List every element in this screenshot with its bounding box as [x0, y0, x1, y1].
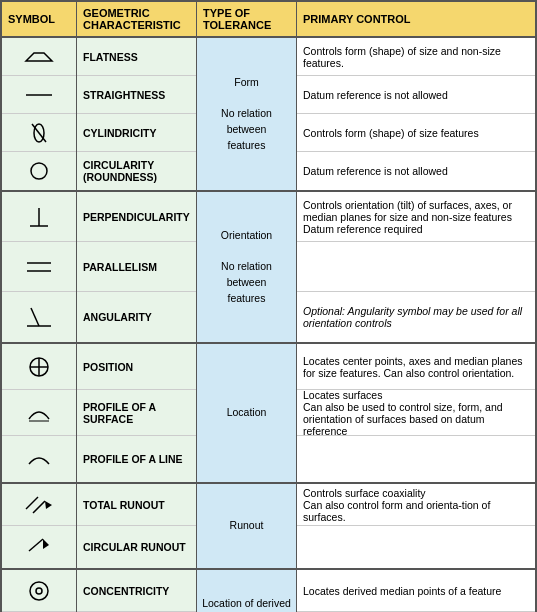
header-control: PRIMARY CONTROL — [297, 2, 535, 36]
symbol-perpendicularity — [2, 192, 76, 242]
orientation-type: OrientationNo relationbetweenfeatures — [197, 192, 297, 342]
symbol-circular-runout — [2, 526, 76, 568]
derived-symbols — [2, 570, 77, 612]
section-derived: CONCENTRICITY SYMMETRY Location of deriv… — [2, 570, 535, 612]
form-type-label: FormNo relationbetweenfeatures — [221, 75, 272, 154]
derived-primary: Locates derived median points of a featu… — [297, 570, 535, 612]
section-location: POSITION PROFILE OF A SURFACE PROFILE OF… — [2, 344, 535, 484]
svg-marker-0 — [26, 53, 52, 61]
symbol-straightness — [2, 76, 76, 114]
header-tolerance: TYPE OFTOLERANCE — [197, 2, 297, 36]
name-circular-runout: CIRCULAR RUNOUT — [77, 526, 196, 568]
primary-circularity: Datum reference is not allowed — [297, 152, 535, 190]
form-names: FLATNESS STRAIGHTNESS CYLINDRICITY CIRCU… — [77, 38, 197, 190]
primary-straightness: Datum reference is not allowed — [297, 76, 535, 114]
primary-perpendicularity: Controls orientation (tilt) of surfaces,… — [297, 192, 535, 242]
gd-t-table: SYMBOL GEOMETRICCHARACTERISTIC TYPE OFTO… — [0, 0, 537, 612]
symbol-position — [2, 344, 76, 390]
svg-line-18 — [29, 539, 43, 551]
orientation-primary: Controls orientation (tilt) of surfaces,… — [297, 192, 535, 342]
form-symbols — [2, 38, 77, 190]
runout-type: Runout — [197, 484, 297, 568]
primary-total-runout: Controls surface coaxialityCan also cont… — [297, 484, 535, 526]
symbol-cylindricity — [2, 114, 76, 152]
name-cylindricity: CYLINDRICITY — [77, 114, 196, 152]
primary-profile-line — [297, 436, 535, 482]
name-flatness: FLATNESS — [77, 38, 196, 76]
svg-line-15 — [26, 497, 38, 509]
name-profile-surface: PROFILE OF A SURFACE — [77, 390, 196, 436]
form-type: FormNo relationbetweenfeatures — [197, 38, 297, 190]
form-primary: Controls form (shape) of size and non-si… — [297, 38, 535, 190]
runout-type-label: Runout — [230, 518, 264, 534]
location-primary: Locates center points, axes and median p… — [297, 344, 535, 482]
primary-profile-surface: Locates surfacesCan also be used to cont… — [297, 390, 535, 436]
name-parallelism: PARALLELISM — [77, 242, 196, 292]
runout-symbols — [2, 484, 77, 568]
derived-type: Location of derived median points. — [197, 570, 297, 612]
symbol-flatness — [2, 38, 76, 76]
svg-line-16 — [33, 501, 45, 513]
location-names: POSITION PROFILE OF A SURFACE PROFILE OF… — [77, 344, 197, 482]
symbol-angularity — [2, 292, 76, 342]
section-runout: TOTAL RUNOUT CIRCULAR RUNOUT Runout Cont… — [2, 484, 535, 570]
location-type-label: Location — [227, 405, 267, 421]
symbol-profile-line — [2, 436, 76, 482]
svg-marker-19 — [43, 539, 49, 549]
name-position: POSITION — [77, 344, 196, 390]
symbol-concentricity — [2, 570, 76, 612]
primary-parallelism — [297, 242, 535, 292]
name-straightness: STRAIGHTNESS — [77, 76, 196, 114]
primary-flatness: Controls form (shape) of size and non-si… — [297, 38, 535, 76]
svg-marker-17 — [45, 501, 52, 509]
derived-type-label: Location of derived median points. — [197, 596, 296, 612]
primary-cylindricity: Controls form (shape) of size features — [297, 114, 535, 152]
symbol-profile-surface — [2, 390, 76, 436]
name-circularity: CIRCULARITY (ROUNDNESS) — [77, 152, 196, 190]
section-form: FLATNESS STRAIGHTNESS CYLINDRICITY CIRCU… — [2, 38, 535, 192]
symbol-circularity — [2, 152, 76, 190]
name-total-runout: TOTAL RUNOUT — [77, 484, 196, 526]
name-angularity: ANGULARITY — [77, 292, 196, 342]
location-type: Location — [197, 344, 297, 482]
svg-point-4 — [31, 163, 47, 179]
location-symbols — [2, 344, 77, 482]
symbol-total-runout — [2, 484, 76, 526]
header-characteristic: GEOMETRICCHARACTERISTIC — [77, 2, 197, 36]
runout-names: TOTAL RUNOUT CIRCULAR RUNOUT — [77, 484, 197, 568]
section-orientation: PERPENDICULARITY PARALLELISM ANGULARITY … — [2, 192, 535, 344]
primary-circular-runout — [297, 526, 535, 568]
symbol-parallelism — [2, 242, 76, 292]
runout-primary: Controls surface coaxialityCan also cont… — [297, 484, 535, 568]
svg-line-10 — [31, 308, 39, 326]
table-header: SYMBOL GEOMETRICCHARACTERISTIC TYPE OFTO… — [2, 2, 535, 38]
derived-names: CONCENTRICITY SYMMETRY — [77, 570, 197, 612]
name-profile-line: PROFILE OF A LINE — [77, 436, 196, 482]
primary-position: Locates center points, axes and median p… — [297, 344, 535, 390]
primary-angularity: Optional: Angularity symbol may be used … — [297, 292, 535, 342]
name-concentricity: CONCENTRICITY — [77, 570, 196, 612]
svg-point-21 — [36, 588, 42, 594]
name-perpendicularity: PERPENDICULARITY — [77, 192, 196, 242]
svg-point-20 — [30, 582, 48, 600]
primary-concentricity: Locates derived median points of a featu… — [297, 570, 535, 612]
header-symbol: SYMBOL — [2, 2, 77, 36]
orientation-type-label: OrientationNo relationbetweenfeatures — [221, 228, 272, 307]
orientation-symbols — [2, 192, 77, 342]
orientation-names: PERPENDICULARITY PARALLELISM ANGULARITY — [77, 192, 197, 342]
